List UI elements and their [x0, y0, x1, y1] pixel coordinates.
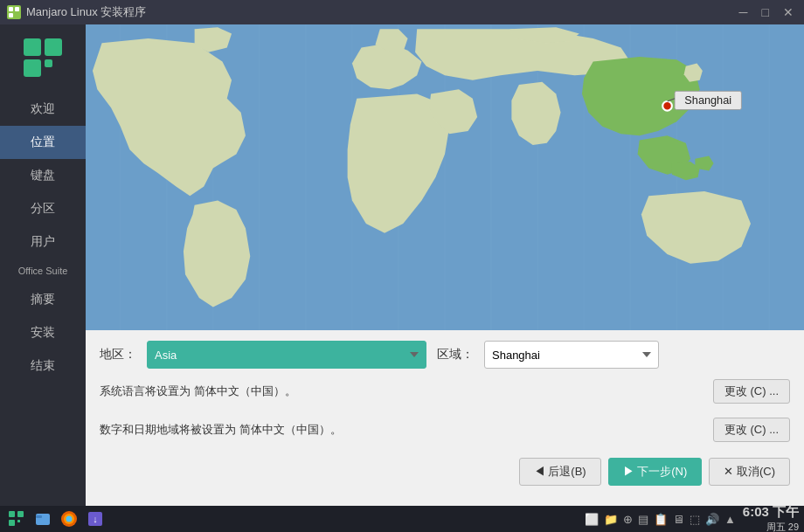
- sidebar-item-user[interactable]: 用户: [0, 225, 86, 259]
- close-button[interactable]: ✕: [780, 3, 797, 21]
- svg-rect-3: [24, 38, 41, 56]
- window-title: Manjaro Linux 安装程序: [26, 4, 146, 20]
- clock-date: 周五 29: [743, 521, 799, 532]
- locale-info-row: 数字和日期地域将被设置为 简体中文（中国）。 更改 (C) ...: [100, 414, 790, 446]
- title-bar: Manjaro Linux 安装程序 ─ □ ✕: [0, 0, 804, 24]
- window-controls: ─ □ ✕: [736, 3, 797, 21]
- taskbar-manjaro-icon[interactable]: [5, 508, 28, 530]
- svg-rect-31: [36, 514, 50, 525]
- sidebar-item-welcome[interactable]: 欢迎: [0, 93, 86, 126]
- app-icon: [7, 5, 21, 19]
- system-tray: ⬜ 📁 ⊕ ▤ 📋 🖥 ⬚ 🔊 ▲: [585, 513, 736, 526]
- svg-point-23: [662, 101, 672, 111]
- taskbar-install-icon[interactable]: ↓: [84, 508, 107, 530]
- tray-battery-icon[interactable]: ▲: [724, 513, 736, 526]
- maximize-button[interactable]: □: [759, 3, 773, 21]
- form-area: 地区： Asia Europe America 区域： Shanghai Bei…: [86, 330, 804, 498]
- sidebar-item-office[interactable]: Office Suite: [0, 259, 86, 283]
- sidebar: 欢迎 位置 键盘 分区 用户 Office Suite 摘要 安装: [0, 24, 86, 506]
- tray-clipboard-icon[interactable]: 📋: [654, 513, 668, 526]
- svg-rect-6: [45, 59, 52, 67]
- clock-time: 6:03 下午: [743, 504, 799, 521]
- region-label: 地区：: [100, 347, 136, 363]
- sidebar-nav: 欢迎 位置 键盘 分区 用户 Office Suite 摘要 安装: [0, 93, 86, 383]
- region-select[interactable]: Asia Europe America: [147, 341, 426, 369]
- tray-desktop-icon[interactable]: ⬜: [585, 513, 599, 526]
- change-locale-button[interactable]: 更改 (C) ...: [713, 418, 790, 442]
- svg-rect-2: [9, 13, 13, 17]
- world-map: Shanghai: [86, 24, 804, 330]
- svg-text:↓: ↓: [93, 514, 98, 524]
- taskbar-files-icon[interactable]: [31, 508, 54, 530]
- tray-display-icon[interactable]: ⬚: [690, 513, 700, 526]
- cancel-button[interactable]: ✕ 取消(C): [709, 458, 790, 486]
- svg-rect-32: [36, 515, 42, 518]
- clock: 6:03 下午 周五 29: [743, 504, 799, 532]
- zone-select[interactable]: Shanghai Beijing Chongqing: [484, 341, 659, 369]
- nav-btn-row: ◀ 后退(B) ▶ 下一步(N) ✕ 取消(C): [100, 458, 790, 489]
- sidebar-item-keyboard[interactable]: 键盘: [0, 159, 86, 192]
- sidebar-item-partition[interactable]: 分区: [0, 192, 86, 225]
- tray-terminal-icon[interactable]: ▤: [638, 513, 648, 526]
- taskbar-firefox-icon[interactable]: [58, 508, 80, 530]
- tray-folder-icon[interactable]: 📁: [604, 513, 618, 526]
- sidebar-item-location[interactable]: 位置: [0, 126, 86, 159]
- svg-rect-4: [45, 38, 62, 56]
- next-button[interactable]: ▶ 下一步(N): [608, 458, 703, 486]
- taskbar-right: ⬜ 📁 ⊕ ▤ 📋 🖥 ⬚ 🔊 ▲ 6:03 下午 周五 29: [585, 504, 799, 532]
- tray-screenshot-icon[interactable]: 🖥: [673, 513, 684, 526]
- svg-rect-27: [9, 511, 15, 517]
- sidebar-item-install[interactable]: 安装: [0, 316, 86, 349]
- minimize-button[interactable]: ─: [736, 3, 752, 21]
- svg-text:Shanghai: Shanghai: [684, 93, 731, 107]
- svg-rect-29: [9, 520, 15, 526]
- language-info-text: 系统语言将设置为 简体中文（中国）。: [100, 383, 713, 399]
- back-button[interactable]: ◀ 后退(B): [519, 458, 601, 486]
- svg-rect-28: [17, 511, 24, 517]
- content-area: Shanghai 地区： Asia Europe America 区域： Sha…: [86, 24, 804, 506]
- svg-rect-1: [15, 7, 19, 11]
- change-language-button[interactable]: 更改 (C) ...: [713, 379, 790, 404]
- svg-rect-30: [17, 520, 20, 522]
- tray-volume-icon[interactable]: 🔊: [705, 513, 719, 526]
- title-bar-left: Manjaro Linux 安装程序: [7, 4, 146, 20]
- taskbar-left: ↓: [5, 508, 107, 530]
- region-zone-row: 地区： Asia Europe America 区域： Shanghai Bei…: [100, 341, 790, 369]
- taskbar: ↓ ⬜ 📁 ⊕ ▤ 📋 🖥 ⬚ 🔊 ▲ 6:03 下午 周五 29: [0, 506, 804, 532]
- zone-label: 区域：: [437, 347, 474, 363]
- svg-rect-0: [9, 7, 13, 11]
- tray-network-icon[interactable]: ⊕: [623, 513, 633, 526]
- sidebar-item-finish[interactable]: 结束: [0, 349, 86, 383]
- locale-info-text: 数字和日期地域将被设置为 简体中文（中国）。: [100, 422, 713, 438]
- svg-rect-5: [24, 59, 41, 77]
- sidebar-item-summary[interactable]: 摘要: [0, 283, 86, 316]
- main-window: 欢迎 位置 键盘 分区 用户 Office Suite 摘要 安装: [0, 24, 804, 506]
- language-info-row: 系统语言将设置为 简体中文（中国）。 更改 (C) ...: [100, 376, 790, 407]
- sidebar-logo: [17, 31, 69, 84]
- svg-point-35: [66, 516, 73, 522]
